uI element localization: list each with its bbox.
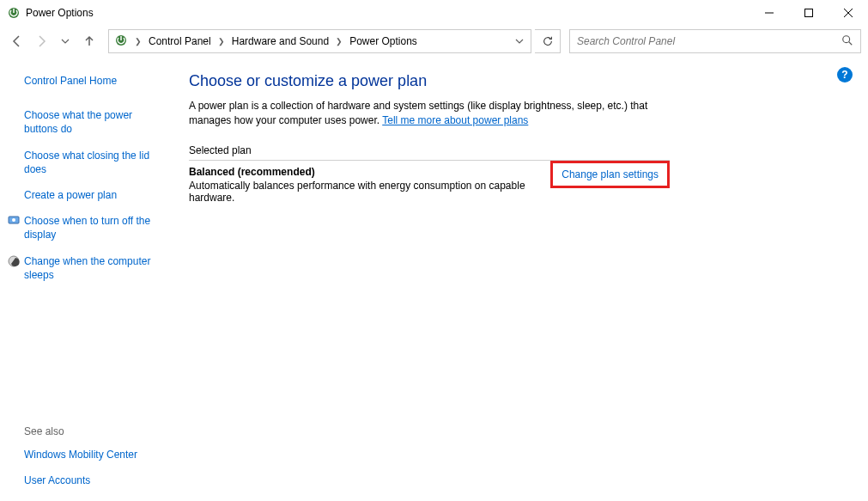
- svg-rect-1: [805, 9, 813, 17]
- plan-name: Balanced (recommended): [189, 166, 550, 178]
- see-also-mobility-center[interactable]: Windows Mobility Center: [24, 448, 167, 461]
- address-bar[interactable]: ❯ Control Panel ❯ Hardware and Sound ❯ P…: [108, 29, 531, 53]
- up-button[interactable]: [79, 31, 100, 52]
- sidebar-link-closing-lid[interactable]: Choose what closing the lid does: [24, 149, 167, 176]
- sidebar-link-turn-off-display[interactable]: Choose when to turn off the display: [24, 214, 167, 241]
- address-dropdown-button[interactable]: [510, 30, 529, 52]
- plan-row: Balanced (recommended) Automatically bal…: [189, 166, 670, 204]
- sleep-icon: [7, 254, 21, 268]
- back-button[interactable]: [7, 31, 27, 52]
- refresh-button[interactable]: [535, 29, 561, 53]
- breadcrumb-item[interactable]: Control Panel: [143, 32, 216, 51]
- window-title: Power Options: [26, 7, 750, 19]
- recent-locations-button[interactable]: [55, 31, 76, 52]
- search-box[interactable]: [569, 29, 861, 53]
- tell-me-more-link[interactable]: Tell me more about power plans: [382, 114, 528, 126]
- chevron-right-icon[interactable]: ❯: [133, 37, 143, 46]
- sidebar-link-create-plan[interactable]: Create a power plan: [24, 188, 167, 202]
- main-panel: Choose or customize a power plan A power…: [180, 57, 868, 501]
- sidebar-link-power-buttons[interactable]: Choose what the power buttons do: [24, 108, 167, 136]
- content-area: ? Control Panel Home Choose what the pow…: [0, 57, 868, 501]
- titlebar: Power Options: [0, 0, 868, 26]
- window-controls: [750, 0, 868, 26]
- selected-plan-label: Selected plan: [189, 144, 670, 161]
- see-also-label: See also: [24, 425, 167, 437]
- chevron-right-icon[interactable]: ❯: [216, 37, 227, 46]
- page-description: A power plan is a collection of hardware…: [189, 99, 687, 129]
- control-panel-home-link[interactable]: Control Panel Home: [24, 74, 167, 88]
- app-icon: [7, 6, 21, 20]
- display-off-icon: [7, 214, 21, 228]
- breadcrumb-item[interactable]: Hardware and Sound: [227, 32, 334, 51]
- maximize-button[interactable]: [789, 0, 829, 26]
- minimize-button[interactable]: [750, 0, 789, 26]
- navbar: ❯ Control Panel ❯ Hardware and Sound ❯ P…: [0, 26, 868, 57]
- search-icon[interactable]: [841, 34, 853, 49]
- sidebar: Control Panel Home Choose what the power…: [0, 57, 180, 501]
- plan-description: Automatically balances performance with …: [189, 180, 550, 204]
- page-heading: Choose or customize a power plan: [189, 72, 834, 90]
- svg-point-5: [12, 218, 15, 222]
- sidebar-link-computer-sleeps[interactable]: Change when the computer sleeps: [24, 254, 167, 282]
- change-plan-settings-link[interactable]: Change plan settings: [550, 161, 670, 188]
- close-button[interactable]: [829, 0, 868, 26]
- forward-button[interactable]: [31, 31, 52, 52]
- search-input[interactable]: [577, 35, 836, 47]
- see-also-user-accounts[interactable]: User Accounts: [24, 474, 167, 487]
- plan-info: Balanced (recommended) Automatically bal…: [189, 166, 550, 204]
- address-icon: [114, 34, 130, 49]
- svg-point-3: [843, 35, 850, 42]
- breadcrumb-item[interactable]: Power Options: [344, 32, 422, 51]
- chevron-right-icon[interactable]: ❯: [334, 37, 344, 46]
